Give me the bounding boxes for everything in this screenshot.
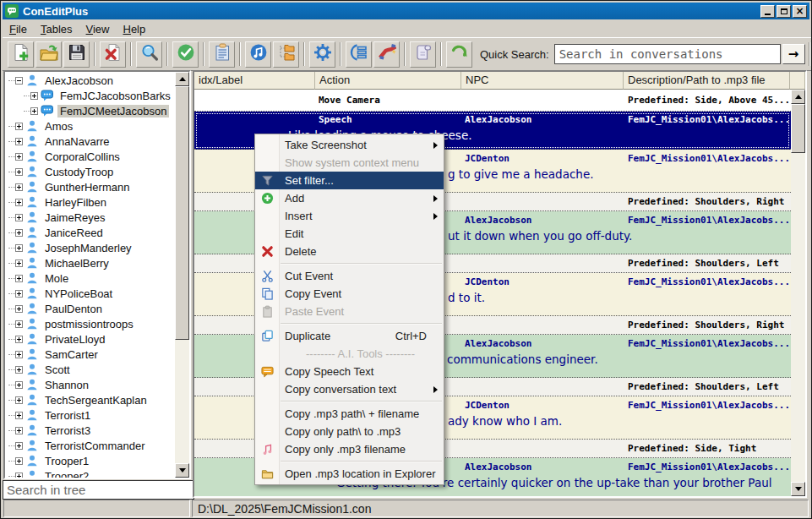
tree-item-Shannon[interactable]: Shannon: [5, 377, 175, 392]
menu-item-open-mp3-location-in-explorer[interactable]: Open .mp3 location in Explorer: [255, 465, 444, 483]
tree-item-CorporalCollins[interactable]: CorporalCollins: [5, 149, 175, 164]
tree-item-Amos[interactable]: Amos: [5, 118, 175, 134]
expand-icon[interactable]: [15, 229, 23, 237]
table-scroll-up-button[interactable]: [791, 90, 805, 104]
tree-item-Mole[interactable]: Mole: [5, 270, 175, 286]
expand-icon[interactable]: [15, 275, 23, 282]
conversation-tree-button[interactable]: [273, 41, 299, 68]
menu-item-copy-event[interactable]: Copy Event: [255, 285, 444, 303]
expand-icon[interactable]: [15, 199, 23, 206]
refresh-button[interactable]: [446, 41, 472, 68]
menu-item-copy-only-mp3-filename[interactable]: Copy only .mp3 filename: [255, 440, 444, 458]
menu-item-cut-event[interactable]: Cut Event: [255, 267, 444, 285]
column-header-idx[interactable]: idx/Label: [194, 72, 315, 90]
tree-item-Trooper2[interactable]: Trooper2: [5, 468, 175, 478]
expand-icon[interactable]: [15, 396, 23, 404]
maximize-button[interactable]: [777, 5, 791, 18]
magnet-button[interactable]: [373, 41, 400, 68]
expand-icon[interactable]: [15, 138, 23, 145]
tree-item-TechSergeantKaplan[interactable]: TechSergeantKaplan: [5, 392, 175, 407]
close-button[interactable]: ×: [793, 5, 807, 18]
menu-item-insert[interactable]: Insert: [255, 207, 444, 225]
tree-item-TerroristCommander[interactable]: TerroristCommander: [5, 438, 175, 453]
tree-item-HarleyFilben[interactable]: HarleyFilben: [5, 194, 175, 210]
tree-scrollbar-thumb[interactable]: [175, 86, 189, 340]
tree-item-JosephManderley[interactable]: JosephManderley: [5, 240, 175, 255]
collapse-icon[interactable]: [15, 77, 23, 85]
tree-item-Terrorist3[interactable]: Terrorist3: [5, 423, 175, 438]
menu-item-take-screenshot[interactable]: Take Screenshot: [255, 136, 444, 154]
menu-item-edit[interactable]: Edit: [255, 225, 444, 243]
tree-item-FemJCJacobsonBarks[interactable]: FemJCJacobsonBarks: [5, 88, 175, 103]
expand-icon[interactable]: [15, 320, 23, 328]
expand-icon[interactable]: [15, 427, 23, 434]
menu-item-duplicate[interactable]: DuplicateCtrl+D: [255, 327, 444, 345]
expand-icon[interactable]: [15, 351, 23, 358]
expand-icon[interactable]: [15, 260, 23, 267]
column-header-action[interactable]: Action: [315, 72, 461, 90]
expand-icon[interactable]: [15, 183, 23, 191]
menubar-item-help[interactable]: Help: [117, 21, 153, 37]
tree-item-PrivateLloyd[interactable]: PrivateLloyd: [5, 331, 175, 347]
quick-search-input[interactable]: [554, 44, 781, 64]
tree-scroll-up-button[interactable]: [175, 72, 189, 86]
tree-item-AnnaNavarre[interactable]: AnnaNavarre: [5, 134, 175, 149]
expand-icon[interactable]: [15, 305, 23, 313]
table-scrollbar-thumb[interactable]: [791, 104, 805, 153]
expand-icon[interactable]: [15, 412, 23, 419]
open-file-button[interactable]: [35, 41, 62, 68]
expand-icon[interactable]: [15, 214, 23, 221]
tree-item-SamCarter[interactable]: SamCarter: [5, 347, 175, 362]
save-file-button[interactable]: [63, 41, 90, 68]
tree-item-Terrorist1[interactable]: Terrorist1: [5, 407, 175, 423]
tree-item-PaulDenton[interactable]: PaulDenton: [5, 301, 175, 316]
menu-item-copy-conversation-text[interactable]: Copy conversation text: [255, 380, 444, 398]
expand-icon[interactable]: [15, 473, 23, 478]
expand-icon[interactable]: [15, 290, 23, 298]
new-file-button[interactable]: [8, 41, 34, 68]
expand-icon[interactable]: [15, 153, 23, 161]
expand-icon[interactable]: [15, 381, 23, 389]
event-row-move-camera[interactable]: Move CameraPredefined: Side, Above 45...: [194, 90, 791, 112]
title-bar[interactable]: ConEditPlus ×: [3, 3, 809, 19]
column-header-description[interactable]: Description/Path to .mp3 file: [624, 72, 790, 90]
menu-item-add[interactable]: Add: [255, 189, 444, 207]
quick-search-go-button[interactable]: →: [782, 44, 805, 64]
menu-item-delete[interactable]: Delete: [255, 243, 444, 260]
expand-icon[interactable]: [15, 123, 23, 130]
expand-icon[interactable]: [30, 92, 38, 100]
tree-item-CustodyTroop[interactable]: CustodyTroop: [5, 164, 175, 179]
script-button[interactable]: [410, 41, 436, 68]
settings-button[interactable]: [309, 41, 335, 68]
tree-search-input[interactable]: [3, 480, 194, 500]
tree-item-AlexJacobson[interactable]: AlexJacobson: [5, 73, 175, 88]
notes-button[interactable]: [209, 41, 235, 68]
menubar-item-view[interactable]: View: [79, 21, 117, 37]
tree-scroll-down-button[interactable]: [175, 463, 189, 478]
menubar-item-tables[interactable]: Tables: [34, 21, 79, 37]
expand-icon[interactable]: [15, 244, 23, 252]
expand-icon[interactable]: [15, 457, 23, 465]
menu-item-copy-speech-text[interactable]: Copy Speech Text: [255, 363, 444, 380]
table-scrollbar[interactable]: [791, 90, 805, 496]
expand-icon[interactable]: [15, 168, 23, 176]
audio-button[interactable]: [245, 41, 271, 68]
tree-item-FemJCMeetJacobson[interactable]: FemJCMeetJacobson: [5, 103, 175, 118]
tree-item-Scott[interactable]: Scott: [5, 362, 175, 377]
tree-item-MichaelBerry[interactable]: MichaelBerry: [5, 255, 175, 270]
expand-icon[interactable]: [15, 336, 23, 343]
minimize-button[interactable]: [760, 5, 775, 18]
column-header-npc[interactable]: NPC: [461, 72, 624, 90]
tree-item-JaniceReed[interactable]: JaniceReed: [5, 225, 175, 240]
menu-item-copy-only-path-to-mp3[interactable]: Copy only path\ to .mp3: [255, 423, 444, 440]
expand-icon[interactable]: [15, 442, 23, 450]
tree-scrollbar[interactable]: [175, 72, 189, 478]
table-scroll-down-button[interactable]: [791, 482, 805, 496]
menu-item-copy-mp3-path-filename[interactable]: Copy .mp3 path\ + filename: [255, 405, 444, 423]
tree-item-JaimeReyes[interactable]: JaimeReyes: [5, 210, 175, 225]
flow-button[interactable]: [346, 41, 372, 68]
tree-item-GuntherHermann[interactable]: GuntherHermann: [5, 179, 175, 194]
tree-item-postmissiontroops[interactable]: postmissiontroops: [5, 316, 175, 331]
menu-item-set-filter[interactable]: Set filter...: [255, 172, 444, 189]
validate-button[interactable]: [172, 41, 199, 68]
